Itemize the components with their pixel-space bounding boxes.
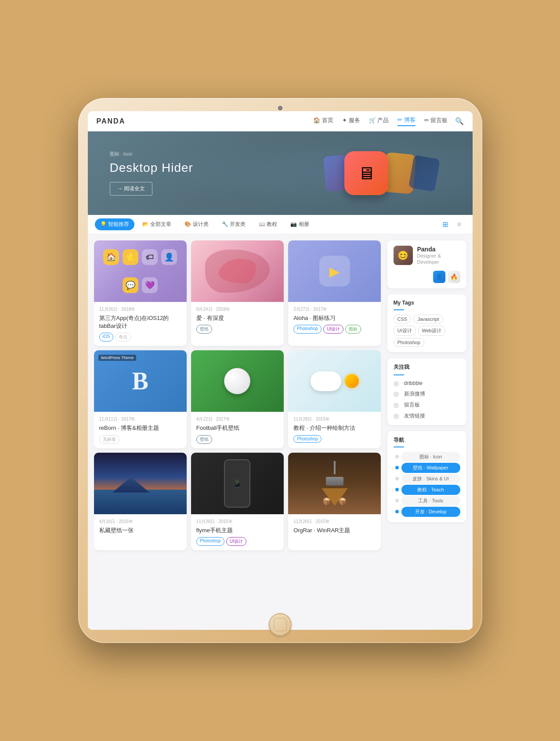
sidebar-my-tags: My Tags CSS Javascript UI设计 Web设计 Photos… [387,294,466,352]
card-2[interactable]: 9月24日 · 2018年 爱 · 有深度 壁纸 [191,240,284,346]
filter-dev[interactable]: 🔧 开发类 [217,218,251,230]
card-5-tag-wallpaper[interactable]: 壁纸 [196,435,212,444]
filter-view-btns: ⊞ ≡ [439,218,466,231]
sunset-hill [112,477,150,493]
filter-smart[interactable]: 💡 智能推荐 [95,218,134,230]
card-6-tag-ps[interactable]: Photoshop [293,435,322,443]
nav-divider [394,447,404,447]
view-list-btn[interactable]: ≡ [453,218,466,231]
lamp-container: 📦 📦 [322,453,348,514]
nav-link-product[interactable]: 🛒 产品 [369,116,389,126]
follow-board[interactable]: ◎ 留言板 [394,401,460,409]
card-3-title: Aloha · 图标练习 [293,314,376,322]
nav-link-blog[interactable]: ✏ 博客 [397,116,415,126]
follow-weibo[interactable]: ◎ 新浪微博 [394,390,460,398]
my-tag-web[interactable]: Web设计 [418,326,445,336]
nav-bar: PANDA 🏠 首页 ✦ 服务 🛒 产品 ✏ 博客 ✏ 留言板 🔍 [88,111,473,131]
card-2-title: 爱 · 有深度 [196,314,278,322]
my-tags-divider [394,309,404,310]
nav-link-service[interactable]: ✦ 服务 [342,116,360,126]
nav-tag-skin[interactable]: 皮肤 · Skins & UI [401,474,460,484]
hero-read-btn[interactable]: → 阅读全文 [110,182,152,196]
card-1-tag-qidian[interactable]: 奇点 [115,333,131,341]
card-3-tag-ui[interactable]: UI设计 [323,325,343,334]
nav-dot-wallpaper [395,466,399,469]
hero-icon-far [408,155,440,192]
card-1-tag-ios[interactable]: iOS [99,333,114,341]
follow-links[interactable]: ◎ 友情链接 [394,412,460,420]
sidebar-profile-card: 😊 Panda Designer &Developer 👤 🔥 [387,240,466,288]
card-7-title: 私藏壁纸一张 [99,527,181,534]
my-tag-css[interactable]: CSS [394,315,412,323]
card-8[interactable]: 📱 11月20日 · 2015年 flyme手机主题 Photoshop UI设… [191,453,284,550]
mini-icon-heart: 💜 [142,277,158,293]
profile-icon-btn-user[interactable]: 👤 [433,271,445,283]
card-1-title: 第三方App(奇点)在iOS12的tabBar设计 [99,314,181,330]
filter-all[interactable]: 📂 全部文章 [137,218,177,230]
sunset-mountain [94,490,187,514]
card-8-title: flyme手机主题 [196,527,278,534]
card-5[interactable]: 4月22日 · 2017年 Football手机壁纸 壁纸 [191,350,284,448]
filter-album[interactable]: 📷 相册 [285,218,314,230]
links-icon: ◎ [394,412,401,419]
card-7[interactable]: 4月16日 · 2016年 私藏壁纸一张 [94,453,187,550]
filter-tutorial[interactable]: 📖 教程 [253,218,282,230]
card-3[interactable]: ▶ 2月27日 · 2017年 Aloha · 图标练习 Photoshop U… [288,240,381,346]
nav-link-home[interactable]: 🏠 首页 [313,116,333,126]
board-icon: ◎ [394,401,401,408]
hero-icon-main: 🖥 [344,151,388,195]
card-4[interactable]: WordPress Theme B 11月11日 · 2017年 reBorn … [94,350,187,448]
profile-info: Panda Designer &Developer [417,246,441,265]
follow-dribbble[interactable]: ◎ dribbble [394,380,460,387]
follow-title: 关注我 [394,363,460,371]
nav-tag-icon[interactable]: 图标 · Icon [401,452,460,462]
my-tag-ps[interactable]: Photoshop [394,338,425,347]
nav-link-board[interactable]: ✏ 留言板 [424,116,448,126]
card-2-tag-wallpaper[interactable]: 壁纸 [196,325,212,334]
lamp-items: 📦 📦 [322,497,347,505]
card-1[interactable]: 🏠 ⭐ 🏷 👤 💬 💜 11月26日 · 2018年 第三方App(奇点)在iO… [94,240,187,346]
nav-tag-wallpaper[interactable]: 壁纸 · Wallpaper [401,463,460,473]
nav-items: 图标 · Icon 壁纸 · Wallpaper 皮肤 · Skins & UI [394,452,460,517]
card-8-tag-ui[interactable]: UI设计 [226,537,246,546]
filter-bar: 💡 智能推荐 📂 全部文章 🎨 设计类 🔧 开发类 📖 教程 📷 相册 ⊞ ≡ [88,215,473,234]
my-tag-js[interactable]: Javascript [413,315,443,323]
tags-grid: CSS Javascript UI设计 Web设计 Photoshop [394,315,460,347]
profile-icon-btn-fire[interactable]: 🔥 [448,271,460,283]
hero-subtitle: 图标 · Icon [110,151,193,157]
card-6[interactable]: 11月28日 · 2015年 教程 · 介绍一种绘制方法 Photoshop [288,350,381,448]
nav-item-icon: 图标 · Icon [394,452,460,462]
b-logo: B [132,367,148,395]
mini-icon-msg: 💬 [123,277,138,293]
card-8-tag-ps[interactable]: Photoshop [196,537,224,546]
card-9[interactable]: 📦 📦 11月20日 · 2015年 OrgRar · WinRAR主题 [288,453,381,550]
follow-board-label: 留言板 [404,401,420,409]
card-8-tags: Photoshop UI设计 [196,537,278,546]
card-3-body: 2月27日 · 2017年 Aloha · 图标练习 Photoshop UI设… [288,302,381,338]
card-5-date: 4月22日 · 2017年 [196,416,278,422]
card-6-thumb [288,350,381,412]
card-2-date: 9月24日 · 2018年 [196,306,278,312]
card-4-title: reBorn · 博客&相册主题 [99,424,181,432]
nav-tag-develop[interactable]: 开发 · Develop [401,507,460,517]
my-tag-ui[interactable]: UI设计 [394,326,416,336]
view-grid-btn[interactable]: ⊞ [439,218,452,231]
card-8-date: 11月20日 · 2015年 [196,519,278,525]
nav-section-title: 导航 [394,436,460,444]
card-4-tag-none[interactable]: 无标签 [99,435,119,444]
filter-design[interactable]: 🎨 设计类 [179,218,213,230]
sidebar: 😊 Panda Designer &Developer 👤 🔥 My [387,240,466,624]
card-3-tag-icon[interactable]: 图标 [345,325,361,334]
card-9-title: OrgRar · WinRAR主题 [293,527,376,534]
card-6-tags: Photoshop [293,435,376,443]
nav-dot-teach [395,488,399,491]
nav-tag-tools[interactable]: 工具 · Tools [401,496,460,506]
hero-icon-group: 🖥 [325,151,437,195]
nav-search-icon[interactable]: 🔍 [455,117,464,125]
nav-tag-teach[interactable]: 教程 · Teach [401,485,460,495]
card-7-date: 4月16日 · 2016年 [99,519,181,525]
card-3-tag-ps[interactable]: Photoshop [293,325,322,334]
dribbble-icon: ◎ [394,380,401,387]
mini-icon-home: 🏠 [103,249,119,265]
ipad-home-button[interactable] [269,613,292,636]
